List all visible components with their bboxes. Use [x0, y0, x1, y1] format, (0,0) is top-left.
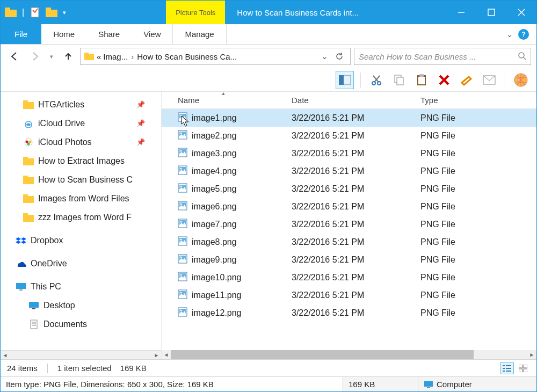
address-bar[interactable]: « Imag... › How to Scan Business Ca... ⌄ [80, 48, 351, 65]
forward-button[interactable] [26, 48, 43, 65]
main-area: HTGArticles📌iCloud Drive📌iCloud Photos📌H… [1, 92, 536, 359]
qat-newfolder-icon[interactable] [45, 5, 59, 19]
svg-rect-88 [503, 365, 505, 366]
dropbox-icon [16, 235, 26, 246]
qat-dropdown-icon[interactable]: ▾ [61, 9, 66, 16]
tab-file[interactable]: File [1, 24, 41, 44]
cut-button[interactable] [367, 71, 386, 89]
preview-pane-button[interactable] [336, 71, 354, 89]
maximize-button[interactable] [476, 1, 506, 24]
folder-icon [23, 99, 34, 110]
file-row[interactable]: image11.png3/22/2016 5:21 PMPNG File [162, 286, 536, 304]
file-list[interactable]: image1.png3/22/2016 5:21 PMPNG Fileimage… [162, 109, 536, 350]
close-button[interactable] [506, 1, 536, 24]
up-button[interactable] [60, 48, 77, 65]
file-row[interactable]: image6.png3/22/2016 5:21 PMPNG File [162, 198, 536, 215]
minimize-button[interactable] [446, 1, 476, 24]
breadcrumb-1[interactable]: Imag... [103, 52, 128, 61]
tab-share[interactable]: Share [86, 24, 132, 44]
back-button[interactable] [6, 48, 23, 65]
file-name: image11.png [192, 291, 242, 300]
iphotos-icon [23, 137, 34, 148]
nav-item[interactable]: Desktop [1, 296, 161, 315]
details-view-button[interactable] [500, 362, 514, 374]
file-row[interactable]: image3.png3/22/2016 5:21 PMPNG File [162, 144, 536, 162]
file-horizontal-scrollbar[interactable]: ◄► [162, 350, 536, 359]
nav-item[interactable]: How to Extract Images [1, 151, 161, 170]
nav-item[interactable]: Documents [1, 315, 161, 333]
svg-rect-20 [397, 77, 403, 85]
file-row[interactable]: image8.png3/22/2016 5:21 PMPNG File [162, 233, 536, 251]
nav-item[interactable]: iCloud Drive📌 [1, 114, 161, 133]
ribbon-context-picture-tools[interactable]: Picture Tools [166, 1, 225, 24]
image-file-icon [178, 112, 187, 124]
column-name[interactable]: ▲Name [162, 92, 285, 108]
navigation-pane[interactable]: HTGArticles📌iCloud Drive📌iCloud Photos📌H… [1, 92, 162, 350]
tab-manage[interactable]: Manage [172, 24, 226, 44]
image-file-icon [178, 254, 187, 266]
thumbnails-view-button[interactable] [516, 362, 530, 374]
breadcrumb-overflow[interactable]: « [97, 52, 101, 61]
nav-item-label: OneDrive [31, 259, 67, 268]
image-file-icon [178, 130, 187, 142]
file-row[interactable]: image7.png3/22/2016 5:21 PMPNG File [162, 215, 536, 233]
tab-home[interactable]: Home [41, 24, 86, 44]
svg-rect-92 [503, 371, 505, 372]
breadcrumb-sep-icon[interactable]: › [130, 52, 135, 61]
nav-item[interactable]: Dropbox [1, 231, 161, 250]
breadcrumb-2[interactable]: How to Scan Business Ca... [137, 52, 237, 61]
nav-horizontal-scrollbar[interactable]: ◄ ► [1, 350, 161, 359]
folder-icon [23, 175, 34, 185]
file-row[interactable]: image10.png3/22/2016 5:21 PMPNG File [162, 268, 536, 286]
nav-item[interactable]: OneDrive [1, 254, 161, 273]
file-name: image2.png [192, 131, 237, 141]
column-date[interactable]: Date [285, 92, 414, 108]
file-row[interactable]: image5.png3/22/2016 5:21 PMPNG File [162, 180, 536, 198]
image-file-icon [178, 219, 187, 230]
address-dropdown-icon[interactable]: ⌄ [317, 48, 332, 64]
svg-point-54 [180, 114, 182, 116]
recent-dropdown-icon[interactable]: ▾ [47, 48, 56, 65]
help-icon[interactable]: ? [518, 29, 529, 40]
search-box[interactable]: Search How to Scan Business ... [354, 48, 531, 65]
svg-point-63 [180, 168, 182, 169]
file-row[interactable]: image2.png3/22/2016 5:21 PMPNG File [162, 127, 536, 144]
column-type-label: Type [420, 96, 438, 105]
file-type: PNG File [414, 184, 536, 194]
file-date: 3/22/2016 5:21 PM [285, 166, 414, 176]
tab-view[interactable]: View [132, 24, 172, 44]
svg-point-81 [180, 274, 182, 275]
column-type[interactable]: Type [414, 92, 536, 108]
file-type: PNG File [414, 255, 536, 265]
file-date: 3/22/2016 5:21 PM [285, 184, 414, 194]
copy-button[interactable] [390, 71, 408, 89]
file-date: 3/22/2016 5:21 PM [285, 237, 414, 247]
file-name: image5.png [192, 184, 237, 194]
status-selection-size: 169 KB [120, 364, 147, 373]
nav-item[interactable]: Images from Word Files [1, 189, 161, 208]
file-row[interactable]: image1.png3/22/2016 5:21 PMPNG File [162, 109, 536, 127]
ribbon-collapse-icon[interactable]: ⌄ [506, 30, 513, 39]
file-name: image1.png [192, 113, 237, 123]
svg-rect-44 [16, 283, 26, 289]
file-row[interactable]: image9.png3/22/2016 5:21 PMPNG File [162, 251, 536, 268]
svg-point-57 [180, 132, 182, 134]
nav-item-label: Desktop [43, 301, 75, 310]
nav-item[interactable]: HTGArticles📌 [1, 95, 161, 114]
nav-item-label: Documents [43, 320, 87, 329]
explorer-icon[interactable] [4, 5, 18, 19]
refresh-button[interactable] [332, 48, 347, 64]
file-name: image8.png [192, 237, 237, 247]
file-row[interactable]: image4.png3/22/2016 5:21 PMPNG File [162, 162, 536, 180]
nav-item[interactable]: zzz Images from Word F [1, 208, 161, 227]
nav-item[interactable]: How to Scan Business C [1, 170, 161, 189]
email-button[interactable] [480, 71, 498, 89]
file-row[interactable]: image12.png3/22/2016 5:21 PMPNG File [162, 304, 536, 322]
rename-button[interactable] [458, 71, 476, 89]
delete-button[interactable] [435, 71, 453, 89]
nav-item[interactable]: iCloud Photos📌 [1, 133, 161, 151]
nav-item[interactable]: This PC [1, 277, 161, 296]
qat-properties-icon[interactable] [28, 5, 42, 19]
shell-icon[interactable] [512, 71, 530, 89]
paste-button[interactable] [412, 71, 431, 89]
